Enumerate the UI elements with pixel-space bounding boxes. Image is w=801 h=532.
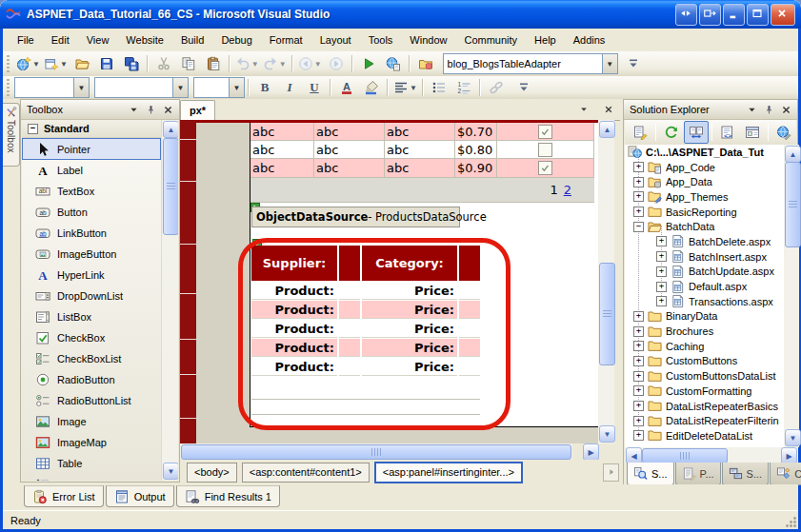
- toolbox-side-tab[interactable]: Toolbox: [3, 103, 20, 167]
- copy-website-button[interactable]: [684, 121, 709, 144]
- view-code-button[interactable]: <>: [715, 121, 740, 144]
- objectdatasource-control[interactable]: ObjectDataSource - ProductsDataSource: [251, 207, 460, 227]
- data-source-button[interactable]: [413, 52, 438, 75]
- toolbar-grip[interactable]: [6, 55, 10, 72]
- solution-explorer-header[interactable]: Solution Explorer: [624, 100, 797, 120]
- expand-icon[interactable]: +: [633, 401, 644, 411]
- toolbox-item-checkboxlist[interactable]: CheckBoxList: [22, 348, 161, 369]
- menu-build[interactable]: Build: [172, 30, 212, 49]
- row-checkbox[interactable]: [538, 161, 552, 175]
- menu-layout[interactable]: Layout: [311, 30, 360, 49]
- tree-item-app-code[interactable]: +App_Code: [625, 160, 784, 175]
- underline-button[interactable]: U: [302, 76, 327, 99]
- tree-item-default-aspx[interactable]: +Default.aspx: [625, 279, 784, 294]
- highlight-button[interactable]: [359, 76, 384, 99]
- font-name-combobox[interactable]: ▼: [94, 77, 189, 98]
- menu-edit[interactable]: Edit: [43, 30, 78, 49]
- expand-icon[interactable]: +: [633, 191, 644, 202]
- menu-help[interactable]: Help: [526, 30, 565, 49]
- undo-button[interactable]: ▼: [233, 52, 261, 75]
- window-position-button[interactable]: [126, 103, 141, 117]
- dropdown-caret-icon[interactable]: ▼: [60, 60, 68, 69]
- design-vertical-scrollbar[interactable]: ▲ ▼: [598, 120, 614, 443]
- tag-navigator-item[interactable]: <body>: [187, 463, 237, 483]
- italic-button[interactable]: I: [277, 76, 302, 99]
- bottom-tab-output[interactable]: Output: [106, 485, 174, 507]
- paste-button[interactable]: [201, 52, 226, 75]
- window-position-button[interactable]: [744, 103, 759, 117]
- row-checkbox[interactable]: [538, 125, 552, 139]
- se-toolbar-overflow-button[interactable]: [796, 121, 801, 144]
- expand-icon[interactable]: +: [656, 266, 667, 277]
- scroll-right-button[interactable]: ▶: [583, 443, 599, 461]
- panel-tab-tabclass[interactable]: C...: [770, 463, 801, 485]
- view-designer-button[interactable]: [740, 121, 765, 144]
- toolbox-item-hyperlink[interactable]: AHyperLink: [22, 265, 161, 286]
- toolbox-item-dropdownlist[interactable]: DropDownList: [22, 286, 161, 306]
- toolbox-item-radiobutton[interactable]: RadioButton: [22, 369, 161, 390]
- redo-button[interactable]: ▼: [261, 52, 289, 75]
- save-all-button[interactable]: [119, 52, 144, 75]
- tag-navigator-item[interactable]: <asp:panel#insertinginter...>: [374, 462, 523, 483]
- resize-grip[interactable]: [785, 516, 797, 528]
- save-button[interactable]: [94, 52, 119, 75]
- dropdown-caret-icon[interactable]: ▼: [279, 60, 287, 69]
- scroll-up-button[interactable]: ▲: [163, 121, 178, 138]
- tag-navigator-next-button[interactable]: [603, 463, 619, 482]
- tree-item-customformatting[interactable]: +CustomFormatting: [625, 384, 784, 399]
- alignment-button[interactable]: ▼: [391, 76, 419, 99]
- minimize-button[interactable]: [723, 4, 745, 26]
- toolbox-item-image[interactable]: Image: [22, 411, 161, 432]
- table-adapter-combobox[interactable]: blog_BlogsTableAdapter ▼: [443, 53, 618, 74]
- toolbox-category-standard[interactable]: − Standard: [22, 120, 178, 138]
- solution-tree[interactable]: C:\...\ASPNET_Data_Tut+App_Code+App_Data…: [625, 145, 784, 447]
- maximize-button[interactable]: [747, 4, 769, 26]
- view-in-browser-button[interactable]: [381, 52, 406, 75]
- expand-icon[interactable]: +: [633, 326, 644, 337]
- properties-button[interactable]: [628, 121, 652, 144]
- toolbox-header[interactable]: Toolbox: [21, 100, 179, 120]
- scrollbar-thumb[interactable]: [642, 448, 728, 463]
- close-document-button[interactable]: [601, 102, 616, 116]
- toolbox-item-label[interactable]: ALabel: [22, 160, 161, 181]
- tree-item-brochures[interactable]: +Brochures: [625, 324, 784, 339]
- menu-debug[interactable]: Debug: [212, 30, 260, 49]
- panel-tab-tabprops[interactable]: P...: [675, 463, 721, 485]
- close-solution-explorer-button[interactable]: [778, 103, 793, 117]
- combobox-arrow-icon[interactable]: ▼: [229, 78, 244, 97]
- tree-item-batchupdate-aspx[interactable]: +BatchUpdate.aspx: [625, 265, 784, 280]
- expand-icon[interactable]: +: [633, 371, 644, 382]
- tree-item-transactions-aspx[interactable]: +Transactions.aspx: [625, 294, 784, 309]
- dropdown-caret-icon[interactable]: ▼: [251, 60, 259, 69]
- combobox-arrow-icon[interactable]: ▼: [172, 78, 188, 97]
- bottom-tab-find-results-1[interactable]: Find Results 1: [176, 485, 280, 507]
- tree-item-custombuttonsdatalist[interactable]: +CustomButtonsDataList: [625, 368, 784, 384]
- tree-item-basicreporting[interactable]: +BasicReporting: [625, 205, 784, 220]
- new-website-button[interactable]: ▼: [14, 52, 42, 75]
- scroll-up-button[interactable]: ▲: [599, 121, 615, 138]
- tree-item-batchdata[interactable]: −BatchData: [625, 219, 784, 234]
- tree-item-datalistrepeaterfilterin[interactable]: +DataListRepeaterFilterin: [625, 413, 784, 428]
- tree-item-c-aspnet-data-tut[interactable]: C:\...\ASPNET_Data_Tut: [625, 145, 784, 160]
- menu-community[interactable]: Community: [455, 30, 526, 49]
- copy-button[interactable]: [176, 52, 201, 75]
- menu-view[interactable]: View: [78, 30, 118, 49]
- dropdown-caret-icon[interactable]: ▼: [32, 60, 40, 69]
- design-horizontal-scrollbar[interactable]: ▶: [180, 443, 620, 460]
- combobox-arrow-icon[interactable]: ▼: [73, 78, 89, 97]
- toolbox-item-checkbox[interactable]: CheckBox: [22, 327, 161, 348]
- toolbar-overflow-button[interactable]: [621, 52, 646, 75]
- scrollbar-thumb[interactable]: [785, 162, 801, 247]
- pin-button[interactable]: [143, 103, 158, 117]
- start-debugging-button[interactable]: [356, 52, 381, 75]
- expand-icon[interactable]: +: [633, 385, 644, 396]
- menu-website[interactable]: Website: [117, 30, 172, 49]
- toolbox-item-imagebutton[interactable]: ImageButton: [22, 244, 161, 265]
- tree-vertical-scrollbar[interactable]: ▲ ▼: [784, 145, 799, 447]
- tree-item-binarydata[interactable]: +BinaryData: [625, 309, 784, 325]
- collapse-icon[interactable]: −: [28, 124, 38, 134]
- target-schema-combobox[interactable]: ▼: [14, 77, 90, 98]
- pager-page-link[interactable]: 2: [564, 183, 571, 197]
- document-tab[interactable]: px*: [180, 100, 215, 120]
- menu-tools[interactable]: Tools: [360, 30, 402, 49]
